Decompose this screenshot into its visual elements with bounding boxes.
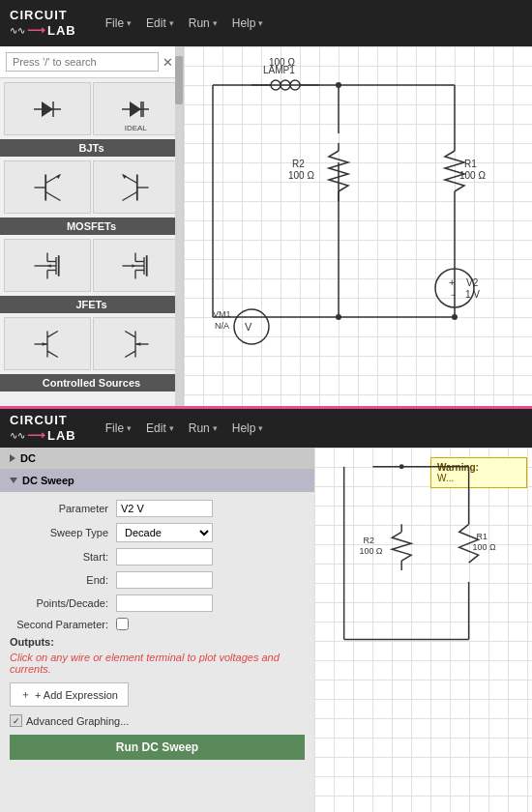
svg-line-42 (125, 351, 135, 357)
second-param-checkbox[interactable] (116, 618, 129, 630)
npn-icon (30, 170, 65, 205)
dc-section-header[interactable]: DC (0, 448, 314, 470)
logo-bottom: ∿∿ ⟶ LAB (10, 23, 76, 38)
nav-edit[interactable]: Edit ▾ (146, 16, 174, 30)
comp-pmos[interactable] (93, 239, 180, 292)
search-input[interactable] (6, 52, 159, 72)
diode-icon (30, 92, 65, 127)
simulation-sidebar: DC DC Sweep Parameter Sweep Type Line (0, 448, 314, 812)
start-row: Start: (10, 548, 305, 566)
svg-marker-4 (130, 102, 141, 117)
sweep-type-select[interactable]: Linear Decade Octave (116, 523, 213, 542)
svg-text:+: + (449, 276, 455, 288)
svg-point-66 (336, 82, 341, 88)
dc-sweep-header[interactable]: DC Sweep (0, 470, 314, 492)
circuit-diagram[interactable]: LAMP1 100 Ω R1 100 Ω R2 100 Ω + − V2 1 V… (184, 46, 532, 406)
bottom-logo-wave: ∿∿ (10, 430, 25, 441)
dc-expand-icon (10, 454, 15, 462)
parameter-row: Parameter (10, 500, 305, 517)
start-input[interactable] (116, 548, 213, 566)
second-param-label: Second Parameter: (10, 619, 116, 630)
bottom-logo-arrow: ⟶ (27, 428, 45, 443)
sim-canvas[interactable]: Warning: W... R1 100 Ω R2 100 Ω (314, 448, 532, 812)
nav-run[interactable]: Run ▾ (189, 16, 218, 30)
diode-ideal-icon (118, 92, 153, 127)
bottom-logo-circuit: CIRCUIT (10, 414, 76, 427)
sweep-type-label: Sweep Type (10, 527, 116, 538)
dc-sweep-content: Parameter Sweep Type Linear Decade Octav… (0, 492, 314, 768)
bjt-components (0, 157, 183, 218)
logo-lab: LAB (47, 23, 76, 38)
svg-line-37 (47, 351, 58, 357)
svg-marker-32 (133, 264, 136, 268)
v2-label: V2 (466, 277, 479, 288)
add-expression-button[interactable]: ＋ + Add Expression (10, 682, 129, 707)
end-input[interactable] (116, 571, 213, 589)
bottom-header: CIRCUIT ∿∿ ⟶ LAB File ▾ Edit ▾ Run ▾ Hel… (0, 409, 532, 448)
end-label: End: (10, 574, 116, 586)
logo-wave-icon: ∿∿ (10, 25, 25, 36)
bjt-header: BJTs (0, 139, 183, 157)
ideal-label: IDEAL (125, 124, 147, 132)
svg-marker-24 (47, 264, 51, 268)
sweep-type-row: Sweep Type Linear Decade Octave (10, 523, 305, 542)
nav-edit-chevron: ▾ (169, 18, 174, 28)
points-input[interactable] (116, 594, 213, 612)
end-row: End: (10, 571, 305, 589)
logo-arrow-icon: ⟶ (27, 23, 45, 38)
svg-point-67 (336, 314, 341, 320)
pmos-icon (118, 248, 153, 283)
r2-value: 100 Ω (288, 170, 314, 181)
parameter-input[interactable] (116, 500, 213, 517)
second-param-row: Second Parameter: (10, 618, 305, 630)
vm1-value: N/A (215, 321, 229, 331)
bottom-logo-lab: LAB (47, 428, 76, 443)
run-dc-sweep-button[interactable]: Run DC Sweep (10, 735, 305, 760)
dc-section: DC (0, 448, 314, 470)
advanced-checkbox-icon: ✓ (10, 714, 22, 727)
svg-line-41 (125, 331, 135, 336)
add-expression-plus-icon: ＋ (20, 687, 31, 702)
outputs-label: Outputs: (10, 636, 305, 648)
svg-line-36 (47, 331, 58, 336)
lamp1-value: 100 Ω (269, 57, 295, 68)
bottom-nav-help[interactable]: Help ▾ (232, 421, 264, 435)
sim-r2-value: 100 Ω (360, 546, 383, 556)
njfet-icon (30, 327, 65, 362)
comp-npn[interactable] (4, 160, 91, 214)
nmos-icon (30, 248, 65, 283)
component-sidebar: ✕ IDEAL BJTs (0, 46, 184, 406)
comp-nmos[interactable] (4, 239, 91, 292)
canvas-area[interactable]: LAMP1 100 Ω R1 100 Ω R2 100 Ω + − V2 1 V… (184, 46, 532, 406)
bottom-nav-edit[interactable]: Edit ▾ (146, 421, 174, 435)
logo-circuit: CIRCUIT (10, 9, 76, 22)
nav-file[interactable]: File ▾ (105, 16, 132, 30)
sim-r2-label: R2 (363, 536, 373, 545)
jfet-header: JFETs (0, 296, 183, 313)
mosfet-components (0, 235, 183, 296)
jfet-components (0, 313, 183, 374)
comp-diode[interactable] (4, 82, 91, 135)
logo: CIRCUIT ∿∿ ⟶ LAB (10, 9, 76, 37)
bottom-logo: CIRCUIT ∿∿ ⟶ LAB (10, 414, 76, 442)
nav-help[interactable]: Help ▾ (232, 16, 264, 30)
bottom-nav-menu: File ▾ Edit ▾ Run ▾ Help ▾ (105, 421, 264, 435)
outputs-hint: Click on any wire or element terminal to… (10, 652, 305, 675)
top-header: CIRCUIT ∿∿ ⟶ LAB File ▾ Edit ▾ Run ▾ Hel… (0, 0, 532, 46)
advanced-graphing-toggle[interactable]: ✓ Advanced Graphing... (10, 714, 305, 727)
comp-pnp[interactable] (93, 160, 180, 214)
comp-diode-ideal[interactable]: IDEAL (93, 82, 180, 135)
top-components: IDEAL (0, 78, 183, 139)
bottom-panel: CIRCUIT ∿∿ ⟶ LAB File ▾ Edit ▾ Run ▾ Hel… (0, 406, 532, 812)
bottom-nav-file[interactable]: File ▾ (105, 421, 132, 435)
nav-run-chevron: ▾ (213, 18, 218, 28)
comp-njfet[interactable] (4, 317, 91, 370)
comp-pjfet[interactable] (93, 317, 180, 370)
svg-marker-40 (135, 342, 140, 346)
r1-value: 100 Ω (459, 170, 486, 181)
svg-marker-35 (42, 342, 46, 346)
nav-help-chevron: ▾ (258, 18, 263, 28)
bottom-nav-run[interactable]: Run ▾ (189, 421, 218, 435)
r2-label: R2 (292, 159, 305, 169)
dc-sweep-section: DC Sweep Parameter Sweep Type Linear Dec… (0, 470, 314, 768)
